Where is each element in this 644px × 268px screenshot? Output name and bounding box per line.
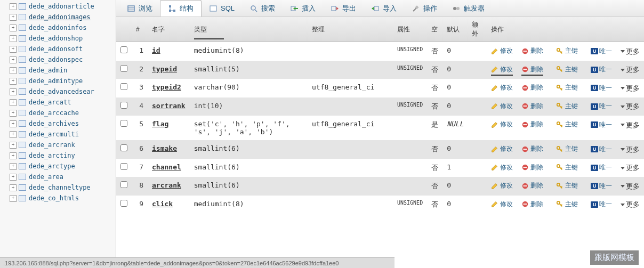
sidebar-item-dede_arcatt[interactable]: + dede_arcatt [0,97,116,108]
sidebar-item-dede_arctiny[interactable]: + dede_arctiny [0,150,116,161]
unique-button[interactable]: U唯一 [591,182,612,191]
tree-toggle-icon[interactable]: + [10,56,17,63]
delete-button[interactable]: 删除 [521,83,543,92]
delete-button[interactable]: 删除 [521,46,543,55]
sidebar-item-dede_addonarticle[interactable]: + dede_addonarticle [0,1,116,12]
tree-toggle-icon[interactable]: + [10,195,17,202]
more-dropdown[interactable]: 更多 [621,102,640,111]
sidebar-item-dede_arcmulti[interactable]: + dede_arcmulti [0,129,116,140]
primary-key-button[interactable]: 主键 [556,65,578,74]
primary-key-button[interactable]: 主键 [556,144,578,153]
delete-button[interactable]: 删除 [521,102,543,111]
sidebar-item-dede_addonshop[interactable]: + dede_addonshop [0,33,116,44]
column-name[interactable]: ismake [148,140,190,159]
sidebar-item-dede_co_htmls[interactable]: + dede_co_htmls [0,193,116,204]
header-attr[interactable]: 属性 [393,17,427,42]
column-name[interactable]: click [148,196,190,214]
tree-toggle-icon[interactable]: + [10,163,17,170]
header-name[interactable]: 名字 [148,17,190,42]
sidebar-item-dede_admintype[interactable]: + dede_admintype [0,76,116,86]
sidebar-item-label[interactable]: dede_addonarticle [29,3,94,10]
more-dropdown[interactable]: 更多 [621,65,640,75]
unique-button[interactable]: U唯一 [591,200,612,209]
tree-toggle-icon[interactable]: + [10,184,17,191]
column-name[interactable]: arcrank [148,177,190,196]
sidebar-item-dede_addonspec[interactable]: + dede_addonspec [0,54,116,65]
row-checkbox[interactable] [120,200,127,207]
unique-button[interactable]: U唯一 [591,47,612,56]
tree-toggle-icon[interactable]: + [10,78,17,85]
row-checkbox[interactable] [120,144,127,151]
tree-toggle-icon[interactable]: + [10,110,17,117]
sidebar-item-label[interactable]: dede_archives [29,120,79,127]
sidebar-item-dede_arccache[interactable]: + dede_arccache [0,108,116,118]
tab-triggers[interactable]: 触发器 [445,1,492,17]
header-null[interactable]: 空 [427,17,442,42]
sidebar-item-dede_addonimages[interactable]: + dede_addonimages [0,12,116,22]
sidebar-item-label[interactable]: dede_arcatt [29,99,71,106]
edit-button[interactable]: 修改 [491,120,513,129]
more-dropdown[interactable]: 更多 [621,120,640,130]
sidebar-item-label[interactable]: dede_addonimages [29,13,91,21]
delete-button[interactable]: 删除 [521,144,543,153]
sidebar-item-dede_area[interactable]: + dede_area [0,172,116,182]
row-checkbox[interactable] [120,120,127,127]
tree-toggle-icon[interactable]: + [10,152,17,159]
primary-key-button[interactable]: 主键 [556,181,578,190]
edit-button[interactable]: 修改 [491,102,513,111]
sidebar-item-dede_arctype[interactable]: + dede_arctype [0,161,116,172]
more-dropdown[interactable]: 更多 [621,163,640,173]
tree-toggle-icon[interactable]: + [10,99,17,106]
delete-button[interactable]: 删除 [521,200,543,209]
more-dropdown[interactable]: 更多 [621,84,640,93]
sidebar-item-label[interactable]: dede_arccache [29,109,79,117]
tab-export[interactable]: 导出 [323,1,364,17]
tree-toggle-icon[interactable]: + [10,120,17,127]
tree-toggle-icon[interactable]: + [10,25,17,31]
tab-search[interactable]: 搜索 [242,1,283,17]
edit-button[interactable]: 修改 [491,181,513,190]
sidebar-item-label[interactable]: dede_co_htmls [29,194,79,202]
more-dropdown[interactable]: 更多 [621,47,640,56]
tree-toggle-icon[interactable]: + [10,67,17,74]
primary-key-button[interactable]: 主键 [556,200,578,209]
unique-button[interactable]: U唯一 [591,163,612,172]
tree-toggle-icon[interactable]: + [10,3,17,10]
header-extra[interactable]: 额外 [468,17,487,42]
sidebar-item-label[interactable]: dede_arcrank [29,141,75,149]
column-name[interactable]: channel [148,159,190,177]
tab-browse[interactable]: 浏览 [119,1,160,17]
column-name[interactable]: sortrank [148,98,190,116]
sidebar-item-dede_advancedsear[interactable]: + dede_advancedsear [0,86,116,97]
delete-button[interactable]: 删除 [521,65,543,74]
sidebar-item-dede_addonsoft[interactable]: + dede_addonsoft [0,44,116,54]
sidebar-item-label[interactable]: dede_addonshop [29,35,83,42]
delete-button[interactable]: 删除 [521,163,543,172]
sidebar-item-label[interactable]: dede_arcmulti [29,131,79,138]
edit-button[interactable]: 修改 [491,83,513,92]
tab-sql[interactable]: SQL [202,1,242,16]
sidebar-item-label[interactable]: dede_admintype [29,77,83,85]
tree-toggle-icon[interactable]: + [10,88,17,95]
tab-operations[interactable]: 操作 [404,1,445,17]
tree-toggle-icon[interactable]: + [10,35,17,42]
header-collation[interactable]: 整理 [308,17,393,42]
unique-button[interactable]: U唯一 [591,120,612,129]
row-checkbox[interactable] [120,46,127,53]
unique-button[interactable]: U唯一 [591,102,612,111]
row-checkbox[interactable] [120,102,127,109]
unique-button[interactable]: U唯一 [591,65,612,74]
edit-button[interactable]: 修改 [491,163,513,172]
sidebar-item-dede_arcrank[interactable]: + dede_arcrank [0,140,116,150]
more-dropdown[interactable]: 更多 [621,200,640,209]
more-dropdown[interactable]: 更多 [621,145,640,155]
column-name[interactable]: typeid2 [148,79,190,98]
delete-button[interactable]: 删除 [521,120,543,129]
sidebar-item-label[interactable]: dede_channeltype [29,184,91,191]
column-name[interactable]: flag [148,116,190,140]
header-type[interactable]: 类型 [190,17,308,42]
primary-key-button[interactable]: 主键 [556,163,578,172]
edit-button[interactable]: 修改 [491,46,513,55]
primary-key-button[interactable]: 主键 [556,102,578,111]
row-checkbox[interactable] [120,163,127,170]
